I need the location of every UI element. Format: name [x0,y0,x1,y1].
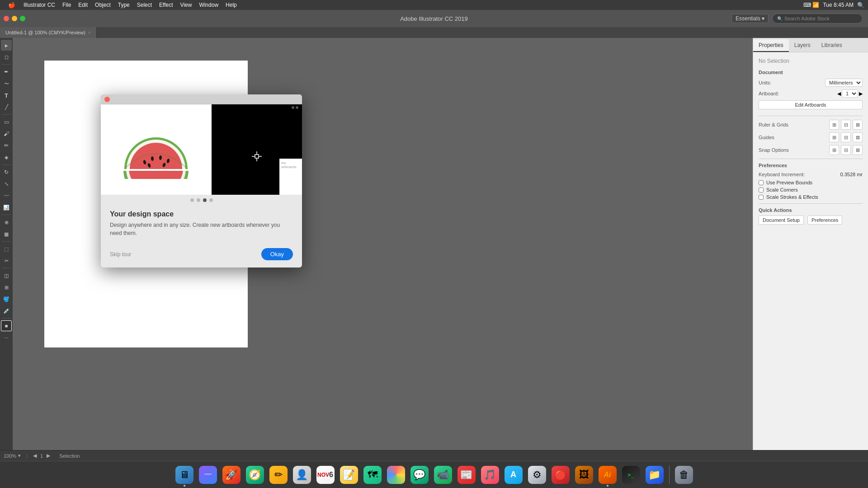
artboard-prev-btn[interactable]: ◀ [837,91,841,97]
menu-help[interactable]: Help [222,0,241,10]
dock-messages[interactable]: 💬 [409,464,430,486]
dock-launchpad[interactable]: 🚀 [221,464,242,486]
slide-dot-1[interactable] [190,198,194,202]
menu-object[interactable]: Object [91,0,114,10]
dock-facetime[interactable]: 📹 [432,464,454,486]
edit-artboards-btn[interactable]: Edit Artboards [759,100,863,109]
tool-curvature[interactable]: 〜 [1,78,12,89]
artboard-next-btn[interactable]: ▶ [859,91,863,97]
dock-gallery[interactable]: 🖼 [573,464,595,486]
tool-gradient[interactable]: ◫ [1,270,12,281]
tab-libraries[interactable]: Libraries [816,39,848,52]
ruler-grid-btn-3[interactable]: ⊠ [853,120,863,130]
menu-effect[interactable]: Effect [156,0,176,10]
menu-select[interactable]: Select [133,0,156,10]
tab-properties[interactable]: Properties [753,39,789,52]
dock-appstore[interactable]: A [503,464,524,486]
dock-system-prefs[interactable]: ⚙ [526,464,548,486]
scale-strokes-checkbox[interactable] [759,195,764,200]
scale-corners-checkbox[interactable] [759,188,764,192]
doc-tab-close[interactable]: × [88,30,91,35]
tour-close-btn[interactable] [104,97,110,102]
tool-artboard[interactable]: ⬚ [1,244,12,254]
skip-tour-btn[interactable]: Skip tour [110,251,131,258]
menu-file[interactable]: File [59,0,75,10]
apple-menu[interactable]: 🍎 [4,2,20,9]
menu-window[interactable]: Window [195,0,222,10]
tool-scale[interactable]: ⤡ [1,178,12,189]
tool-line[interactable]: ╱ [1,102,12,113]
tool-direct-select[interactable]: ◻ [1,52,12,62]
dock-pencil[interactable]: ✏ [268,464,289,486]
tool-eyedropper[interactable]: 💉 [1,305,12,316]
snap-btn-3[interactable]: ⊠ [853,145,863,155]
essentials-btn[interactable]: Essentials ▾ [731,14,769,23]
dock-contacts[interactable]: 👤 [291,464,313,486]
dock-magnet[interactable]: 🔴 [550,464,571,486]
dock-photos[interactable] [385,464,407,486]
okay-btn[interactable]: Okay [261,248,293,260]
guides-btn-1[interactable]: ⊞ [829,132,839,142]
dock-siri[interactable]: 〰 [197,464,219,486]
document-setup-btn[interactable]: Document Setup [759,216,804,225]
tool-warp[interactable]: 〰 [1,190,12,201]
slide-dot-2[interactable] [197,198,200,202]
dock-maps[interactable]: 🗺 [362,464,383,486]
dock-calendar[interactable]: NOV6 [315,464,336,486]
trash-icon: 🗑 [675,466,693,484]
tool-rectangle[interactable]: ▭ [1,117,12,127]
stock-search[interactable]: 🔍 Search Adobe Stock [772,14,863,23]
tool-slice[interactable]: ✂ [1,255,12,266]
nav-prev-icon[interactable]: ◀ [33,453,37,459]
tool-symbolsprayer[interactable]: ⊕ [1,217,12,228]
slide-dot-4[interactable] [209,198,213,202]
tool-paintbrush[interactable]: 🖌 [1,128,12,139]
tool-more[interactable]: ··· [1,332,12,343]
dock-notes[interactable]: 📝 [338,464,360,486]
tool-eraser[interactable]: ◈ [1,152,12,163]
menu-view[interactable]: View [177,0,196,10]
artboard-select[interactable]: 1 [842,89,858,98]
tool-rotate[interactable]: ↻ [1,167,12,178]
tool-select[interactable]: ▸ [1,40,12,51]
snap-btn-1[interactable]: ⊞ [829,145,839,155]
menu-edit[interactable]: Edit [75,0,91,10]
maximize-window-btn[interactable] [20,16,25,21]
scale-corners-row: Scale Corners [759,187,863,192]
dock-terminal[interactable]: >_ [620,464,642,486]
nav-next-icon[interactable]: ▶ [47,453,50,459]
slide-dot-3[interactable] [203,198,207,202]
tool-mesh[interactable]: ⊞ [1,282,12,293]
units-select[interactable]: Millimeters [825,79,863,87]
zoom-dropdown-icon[interactable]: ▾ [18,453,21,459]
dock-files[interactable]: 📁 [644,464,665,486]
ruler-grid-btn-2[interactable]: ⊟ [841,120,851,130]
tool-fill-color[interactable]: ■ [1,320,12,331]
dock-trash[interactable]: 🗑 [673,464,695,486]
tool-paint-bucket[interactable]: 🪣 [1,294,12,305]
preferences-btn[interactable]: Preferences [807,216,842,225]
close-window-btn[interactable] [4,16,9,21]
menu-illustrator[interactable]: Illustrator CC [20,0,59,10]
tool-column-graph[interactable]: ▦ [1,229,12,239]
tool-graph[interactable]: 📊 [1,202,12,213]
menu-bar-search-icon[interactable]: 🔍 [857,2,864,9]
tab-layers[interactable]: Layers [789,39,816,52]
snap-btn-2[interactable]: ⊟ [841,145,851,155]
canvas-area[interactable]: ew artboards [13,38,753,450]
dock-illustrator[interactable]: Ai [597,464,618,486]
menu-type[interactable]: Type [114,0,133,10]
tool-pen[interactable]: ✒ [1,66,12,77]
dock-music[interactable]: 🎵 [479,464,501,486]
dock-news[interactable]: 📰 [456,464,477,486]
dock-safari[interactable]: 🧭 [244,464,266,486]
guides-btn-2[interactable]: ⊟ [841,132,851,142]
tool-type[interactable]: T [1,90,12,101]
dock-finder[interactable]: 🖥 [174,464,195,486]
tool-pencil[interactable]: ✏ [1,140,12,151]
doc-tab[interactable]: Untitled-1 @ 100% (CMYK/Preview) × [0,27,97,38]
use-preview-bounds-checkbox[interactable] [759,180,764,185]
minimize-window-btn[interactable] [12,16,17,21]
guides-btn-3[interactable]: ⊠ [853,132,863,142]
ruler-grid-btn-1[interactable]: ⊞ [829,120,839,130]
